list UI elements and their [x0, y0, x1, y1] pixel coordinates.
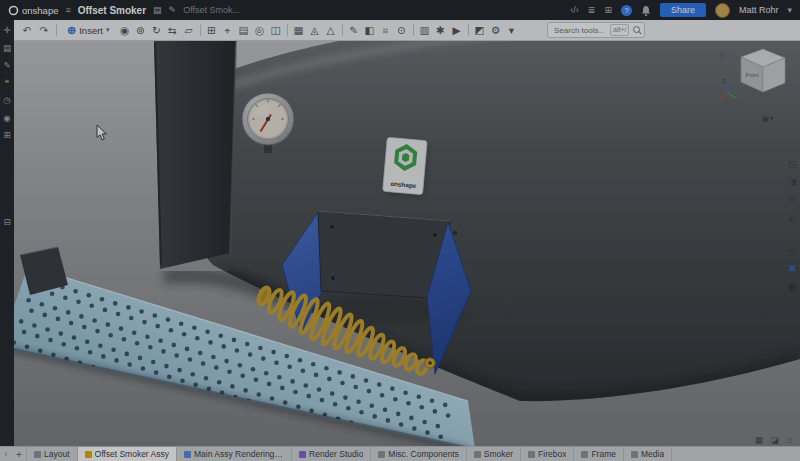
document-tab-bar: ‹ + Layout Offset Smoker Assy Main Assy …: [0, 446, 800, 461]
tab-render-studio[interactable]: Render Studio: [292, 447, 371, 461]
section-tool-icon[interactable]: ⊟: [789, 194, 797, 204]
animate-icon[interactable]: ▶: [449, 25, 465, 36]
appearance-icon[interactable]: ◩: [472, 25, 488, 36]
elements-icon[interactable]: ▤: [3, 44, 11, 53]
axis-z-label: Z: [723, 78, 726, 84]
mass-properties-icon[interactable]: ⊙: [394, 25, 410, 36]
viewport-right-rail: ◱◨⊟◭◔▥ ✕ R: [788, 159, 797, 293]
activity-list-icon[interactable]: ≣: [588, 6, 596, 15]
mate-connector-icon[interactable]: ⌖: [220, 25, 236, 36]
circular-pattern-icon[interactable]: ◎: [252, 25, 268, 36]
sketch-icon[interactable]: ✎: [346, 25, 362, 36]
3d-viewport[interactable]: onshape: [14, 41, 800, 447]
tab-offset-smoker-assy[interactable]: Offset Smoker Assy: [78, 447, 177, 461]
render-toggle-icon[interactable]: ▦: [755, 436, 763, 445]
bom-icon[interactable]: ▥: [417, 25, 433, 36]
display-mode-icon[interactable]: ▥: [788, 247, 797, 257]
tab-icon: [631, 451, 638, 458]
vent-hole: [453, 231, 457, 235]
rename-icon[interactable]: ✎: [169, 6, 177, 15]
mate-icon[interactable]: ◉: [117, 25, 133, 36]
view-home-icon[interactable]: ⌂: [787, 436, 792, 445]
onshape-logo-icon: [8, 5, 19, 16]
featurescript-icon[interactable]: ‹/›: [570, 6, 579, 15]
add-tab-button[interactable]: +: [12, 447, 27, 461]
insert-plus-icon: ⊕: [67, 24, 76, 37]
document-tabs: Layout Offset Smoker Assy Main Assy Rend…: [27, 447, 800, 461]
tab-icon: [581, 451, 588, 458]
tab-icon: [528, 451, 535, 458]
view-orient-icon[interactable]: ◔: [790, 229, 796, 239]
tab-misc-components[interactable]: Misc. Components: [371, 447, 466, 461]
divider: |: [342, 24, 343, 36]
onshape-badge[interactable]: onshape: [382, 137, 429, 197]
feature-list-toggle-icon[interactable]: ⊟: [3, 218, 10, 227]
menu-icon[interactable]: ≡: [65, 6, 70, 15]
toolbar-tools: ◉⊚↻⇆▱|⊞⌖▤◎◫|▦◬△|✎◧⌗⊙|▥✱▶|◩⚙▾: [117, 24, 520, 36]
mount-bracket[interactable]: [282, 211, 471, 374]
tab-smoker[interactable]: Smoker: [467, 447, 521, 461]
transparency-icon[interactable]: ◭: [789, 212, 796, 222]
snapshot-icon[interactable]: ◬: [307, 25, 323, 36]
notifications-bell-icon[interactable]: [641, 5, 651, 16]
search-tools-box[interactable]: alt+/: [547, 22, 645, 38]
fastened-mate-icon[interactable]: ⊚: [133, 25, 149, 36]
shading-toggle-icon[interactable]: ◪: [771, 436, 779, 445]
measure-icon[interactable]: ⌗: [378, 25, 394, 36]
group-icon[interactable]: ⊞: [204, 25, 220, 36]
settings-icon[interactable]: ⚙: [488, 25, 504, 36]
user-avatar[interactable]: [715, 3, 730, 18]
section-view-icon[interactable]: ◧: [362, 25, 378, 36]
tab-layout[interactable]: Layout: [27, 447, 78, 461]
replicate-icon[interactable]: ▦: [291, 25, 307, 36]
comments-icon[interactable]: ❝: [5, 79, 10, 88]
close-panel-icon[interactable]: ✕: [788, 264, 796, 274]
help-icon[interactable]: ?: [621, 5, 632, 16]
document-context[interactable]: Offset Smok...: [183, 5, 240, 15]
render-plugin-icon[interactable]: R: [789, 282, 797, 293]
tab-firebox[interactable]: Firebox: [521, 447, 574, 461]
apps-grid-icon[interactable]: ⊞: [604, 6, 612, 15]
tab-media[interactable]: Media: [624, 447, 672, 461]
divider: |: [468, 24, 469, 36]
document-icon[interactable]: ▤: [153, 6, 162, 15]
tab-icon: [474, 451, 481, 458]
isolate-icon[interactable]: ◱: [788, 159, 797, 169]
tab-icon: [85, 451, 92, 458]
apps-icon[interactable]: ⊞: [3, 131, 10, 140]
revolute-mate-icon[interactable]: ↻: [149, 25, 165, 36]
rail-icon-list: ✛▤✎❝◷◉⊞: [3, 26, 11, 140]
3d-scene[interactable]: onshape: [14, 41, 800, 447]
onshape-window: onshape ≡ Offset Smoker ▤ ✎ Offset Smok.…: [0, 0, 800, 461]
insert-button[interactable]: ⊕ Insert ▾: [61, 23, 116, 38]
logo-text: onshape: [22, 5, 58, 16]
undo-icon[interactable]: ↶: [19, 25, 35, 36]
search-shortcut-hint: alt+/: [610, 24, 629, 35]
tab-frame[interactable]: Frame: [574, 447, 624, 461]
hide-icon[interactable]: ◨: [788, 177, 797, 187]
linear-pattern-icon[interactable]: ▤: [236, 25, 252, 36]
follow-mode-icon[interactable]: ◉: [3, 114, 10, 123]
onshape-logo[interactable]: onshape: [8, 5, 58, 16]
sketch-rail-icon[interactable]: ✎: [3, 61, 10, 70]
view-home-icon[interactable]: ⌂: [720, 49, 725, 59]
slider-mate-icon[interactable]: ⇆: [165, 25, 181, 36]
tab-main-assy-rendering[interactable]: Main Assy Rendering.jpg: [177, 447, 292, 461]
search-tools-input[interactable]: [552, 25, 606, 36]
top-bar: onshape ≡ Offset Smoker ▤ ✎ Offset Smok.…: [0, 0, 800, 20]
select-tool-icon[interactable]: ✛: [3, 26, 10, 35]
named-views-button[interactable]: ▣▾: [762, 114, 775, 123]
planar-mate-icon[interactable]: ▱: [181, 25, 197, 36]
share-button[interactable]: Share: [660, 3, 706, 18]
named-positions-icon[interactable]: △: [323, 25, 339, 36]
user-menu-caret-icon[interactable]: ▾: [787, 6, 792, 15]
divider: |: [200, 24, 201, 36]
mouse-cursor: [97, 125, 106, 140]
tabs-scroll-left-icon[interactable]: ‹: [0, 447, 12, 461]
redo-icon[interactable]: ↷: [36, 25, 52, 36]
divider: |: [287, 24, 288, 36]
history-icon[interactable]: ◷: [3, 96, 10, 105]
more-tools-icon[interactable]: ▾: [504, 25, 520, 36]
exploded-view-icon[interactable]: ✱: [433, 25, 449, 36]
mirror-icon[interactable]: ◫: [268, 25, 284, 36]
